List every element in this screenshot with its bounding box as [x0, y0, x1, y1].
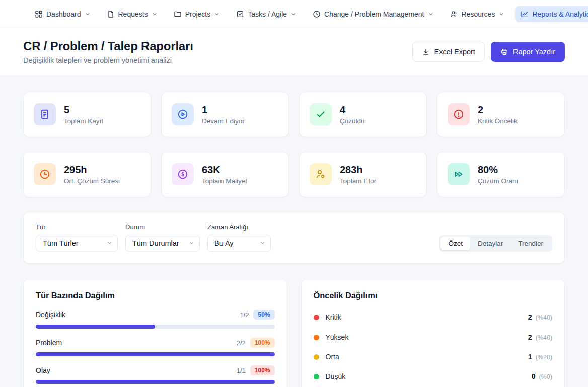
stat-label: Ort. Çözüm Süresi	[64, 177, 120, 185]
page-subtitle: Değişiklik talepleri ve problem yönetimi…	[23, 56, 193, 64]
percent-badge: 50%	[253, 310, 274, 320]
priority-dot-icon	[314, 335, 319, 340]
chart-line-icon	[521, 10, 529, 18]
tab-summary[interactable]: Özet	[440, 237, 470, 250]
nav-item-resources[interactable]: Resources	[445, 6, 510, 22]
file-icon	[107, 10, 115, 18]
excel-export-label: Excel Export	[434, 48, 475, 56]
filter-group-type: Tür Tüm Türler	[36, 223, 118, 252]
user-gear-icon	[310, 163, 332, 185]
nav-item-label: Projects	[185, 10, 211, 18]
print-report-label: Rapor Yazdır	[513, 48, 555, 56]
nav-item-projects[interactable]: Projects	[168, 6, 226, 22]
clock-icon	[34, 163, 56, 185]
stat-label: Toplam Maliyet	[202, 177, 247, 185]
page-header: CR / Problem / Talep Raporları Değişikli…	[0, 28, 588, 76]
priority-count: 1	[528, 353, 532, 361]
type-filter-select[interactable]: Tüm Türler	[36, 235, 118, 252]
stat-label: Çözüm Oranı	[478, 177, 518, 185]
type-count: 1/2	[240, 311, 249, 319]
filter-bar: Tür Tüm Türler Durum Tüm Durumlar Zaman …	[23, 212, 565, 264]
check-icon	[310, 103, 332, 125]
page-header-text: CR / Problem / Talep Raporları Değişikli…	[23, 39, 193, 64]
stat-card-total-effort: 283h Toplam Efor	[299, 152, 427, 197]
priority-count: 2	[528, 313, 532, 321]
nav-item-change-problem-management[interactable]: Change / Problem Management	[307, 6, 439, 22]
progress-bar-track	[36, 325, 275, 329]
chevron-down-icon	[428, 11, 434, 17]
chevron-down-icon	[85, 11, 91, 17]
play-circle-icon	[172, 103, 194, 125]
priority-dot-icon	[314, 354, 319, 360]
progress-bar-fill	[36, 380, 275, 384]
view-tabs: Özet Detaylar Trendler	[439, 235, 552, 252]
tab-trends[interactable]: Trendler	[510, 237, 551, 250]
priority-label: Yüksek	[326, 333, 349, 341]
stat-label: Devam Ediyor	[202, 117, 245, 125]
stat-value: 295h	[64, 164, 120, 176]
stat-value: 1	[202, 104, 245, 116]
nav-item-reports-analytics[interactable]: Reports & Analytics	[515, 6, 588, 22]
chevron-down-icon	[214, 11, 220, 17]
stat-card-avg-resolution-time: 295h Ort. Çözüm Süresi	[23, 152, 151, 197]
priority-label: Düşük	[326, 372, 346, 380]
priority-dot-icon	[314, 374, 319, 379]
stat-card-total-cost: $ 63K Toplam Maliyet	[161, 152, 289, 197]
stat-card-critical-priority: 2 Kritik Öncelik	[437, 92, 565, 137]
type-row-degisiklik: Değişiklik 1/2 50%	[36, 310, 275, 329]
percent-badge: 100%	[250, 365, 275, 375]
tab-details[interactable]: Detaylar	[470, 237, 510, 250]
excel-export-button[interactable]: Excel Export	[412, 42, 485, 62]
status-filter-label: Durum	[125, 223, 200, 231]
type-label: Problem	[36, 339, 62, 347]
nav-item-label: Resources	[462, 10, 495, 18]
filter-group-time-range: Zaman Aralığı Bu Ay	[207, 223, 271, 252]
nav-item-label: Reports & Analytics	[532, 10, 588, 18]
stat-card-resolution-rate: 80% Çözüm Oranı	[437, 152, 565, 197]
stat-value: 5	[64, 104, 103, 116]
nav-item-dashboard[interactable]: Dashboard	[29, 6, 96, 22]
nav-item-requests[interactable]: Requests	[101, 6, 163, 22]
stat-card-resolved: 4 Çözüldü	[299, 92, 427, 137]
status-filter-select[interactable]: Tüm Durumlar	[125, 235, 200, 252]
type-distribution-title: Tür Bazında Dağılım	[36, 291, 275, 300]
stat-value: 4	[340, 104, 365, 116]
priority-row-orta: Orta 1 (%20)	[314, 349, 553, 364]
stat-card-in-progress: 1 Devam Ediyor	[161, 92, 289, 137]
header-actions: Excel Export Rapor Yazdır	[412, 42, 565, 62]
chevron-down-icon	[152, 11, 158, 17]
progress-bar-track	[36, 352, 275, 356]
priority-label: Kritik	[326, 313, 341, 321]
progress-bar-track	[36, 380, 275, 384]
priority-percent: (%40)	[536, 334, 552, 341]
grid-icon	[35, 10, 43, 18]
stat-label: Kritik Öncelik	[478, 117, 518, 125]
priority-label: Orta	[326, 353, 339, 361]
nav-item-label: Tasks / Agile	[248, 10, 287, 18]
priority-count: 0	[532, 372, 536, 380]
clock-icon	[313, 10, 321, 18]
priority-percent: (%20)	[536, 354, 552, 361]
users-icon	[450, 10, 458, 18]
type-row-olay: Olay 1/1 100%	[36, 365, 275, 384]
bottom-panels: Tür Bazında Dağılım Değişiklik 1/2 50% P…	[23, 279, 565, 387]
alert-circle-icon	[448, 103, 470, 125]
priority-row-yuksek: Yüksek 2 (%40)	[314, 330, 553, 345]
time-range-filter-select[interactable]: Bu Ay	[207, 235, 271, 252]
percent-badge: 100%	[250, 338, 275, 348]
stats-grid: 5 Toplam Kayıt 1 Devam Ediyor 4 Çözüldü	[23, 92, 565, 197]
nav-item-tasks-agile[interactable]: Tasks / Agile	[231, 6, 302, 22]
fast-forward-icon	[448, 163, 470, 185]
stat-value: 63K	[202, 164, 247, 176]
download-icon	[422, 48, 430, 56]
nav-item-label: Change / Problem Management	[324, 10, 424, 18]
dollar-circle-icon: $	[172, 163, 194, 185]
priority-distribution-title: Öncelik Dağılımı	[314, 291, 553, 300]
time-range-filter-label: Zaman Aralığı	[207, 223, 271, 231]
priority-percent: (%40)	[536, 314, 552, 321]
print-report-button[interactable]: Rapor Yazdır	[491, 42, 565, 62]
priority-percent: (%0)	[539, 373, 552, 380]
type-label: Olay	[36, 366, 50, 374]
type-count: 1/1	[237, 367, 246, 374]
svg-text:$: $	[181, 172, 184, 177]
